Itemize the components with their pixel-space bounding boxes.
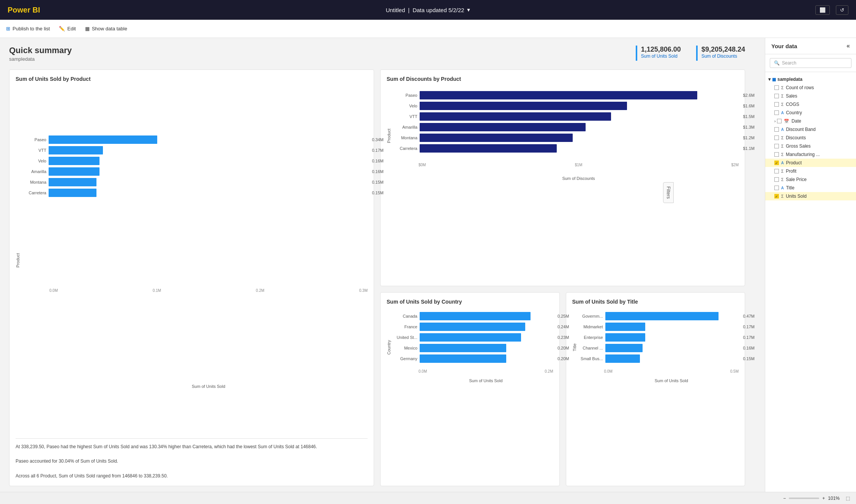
tree-item[interactable]: ΣGross Sales [765, 142, 856, 150]
bar-value: 0.16M [372, 169, 384, 174]
field-checkbox[interactable] [774, 127, 779, 132]
field-checkbox[interactable] [774, 94, 779, 98]
collapse-button[interactable]: « [847, 43, 850, 49]
chart1-title: Sum of Units Sold by Product [16, 76, 368, 82]
tree-item[interactable]: ΣCount of rows [765, 83, 856, 92]
bar-label: Amarilla [22, 169, 46, 174]
field-name: Gross Sales [786, 143, 810, 149]
search-icon: 🔍 [774, 60, 780, 66]
tree-item[interactable]: ΣCOGS [765, 100, 856, 109]
edit-button[interactable]: ✏️ Edit [59, 26, 76, 32]
publish-button[interactable]: ⊞ Publish to the list [6, 26, 50, 32]
datasource-header[interactable]: ▾ ▦ sampledata [765, 75, 856, 83]
summary-title-section: Quick summary sampledata [9, 46, 636, 62]
bar-value: 0.20M [558, 356, 569, 361]
kpi-bar-1 [636, 46, 637, 61]
field-checkbox[interactable] [774, 177, 779, 182]
field-name: Manufacturing ... [786, 152, 820, 157]
chart1-description: At 338,239.50, Paseo had the highest Sum… [16, 438, 368, 480]
field-checkbox[interactable] [774, 152, 779, 157]
field-checkbox[interactable] [774, 85, 779, 90]
tree-item[interactable]: ›📅Date [765, 117, 856, 125]
field-name: Country [786, 110, 802, 115]
field-checkbox[interactable] [774, 110, 779, 115]
chart2-title: Sum of Discounts by Product [387, 76, 739, 82]
field-name: Discounts [786, 135, 806, 140]
show-data-button[interactable]: ▦ Show data table [85, 26, 127, 32]
bar-label: Paseo [393, 93, 417, 98]
field-type-icon: A [781, 128, 784, 132]
bar-row: Amarilla0.16M [22, 167, 368, 176]
kpi-bar-2 [696, 46, 698, 61]
tree-item[interactable]: ΣDiscounts [765, 134, 856, 142]
field-type-icon: Σ [781, 144, 783, 148]
chart3-title: Sum of Units Sold by Country [387, 299, 553, 305]
field-checkbox[interactable] [774, 102, 779, 107]
chart4-title: Sum of Units Sold by Title [572, 299, 739, 305]
field-checkbox[interactable] [774, 144, 779, 148]
zoom-out-button[interactable]: − [783, 496, 786, 501]
field-name: Title [786, 185, 794, 191]
tree-item[interactable]: ✓AProduct [765, 159, 856, 167]
field-type-icon: A [781, 186, 784, 190]
chart1-axis: 0.0M0.1M0.2M0.3M [22, 288, 368, 293]
field-checkbox[interactable]: ✓ [774, 194, 779, 198]
summary-kpis: 1,125,806.00 Sum of Units Sold $9,205,24… [636, 46, 745, 61]
window-button[interactable]: ⬜ [815, 5, 830, 15]
bar-fill [605, 354, 640, 363]
topbar-right: ⬜ ↺ [815, 5, 848, 15]
bar-row: Canada0.25M [393, 312, 553, 320]
bar-row: Montana0.15M [22, 178, 368, 186]
toolbar: ⊞ Publish to the list ✏️ Edit ▦ Show dat… [0, 20, 856, 38]
field-checkbox[interactable] [774, 186, 779, 190]
bar-row: Montana$1.2M [393, 134, 739, 142]
data-updated-label: Data updated 5/2/22 [412, 7, 464, 13]
zoom-in-button[interactable]: + [822, 496, 825, 501]
bar-label: Governm... [578, 314, 603, 318]
summary-subtitle: sampledata [9, 56, 636, 62]
kpi1-label: Sum of Units Sold [641, 54, 681, 59]
field-checkbox[interactable] [777, 119, 782, 123]
tree-item[interactable]: ΣSales [765, 92, 856, 100]
refresh-button[interactable]: ↺ [836, 5, 848, 15]
bar-value: 0.17M [743, 324, 754, 329]
bar-value: 0.15M [372, 180, 384, 184]
bar-value: $1.3M [743, 125, 754, 129]
tree-item[interactable]: ΣManufacturing ... [765, 150, 856, 159]
tree-item[interactable]: ACountry [765, 109, 856, 117]
bar-value: $1.5M [743, 114, 754, 119]
zoom-slider[interactable] [789, 498, 819, 499]
filters-tab[interactable]: Filters [663, 182, 674, 203]
dropdown-icon[interactable]: ▾ [467, 6, 470, 13]
tree-item[interactable]: ADiscount Band [765, 125, 856, 134]
kpi1-value: 1,125,806.00 [641, 46, 681, 54]
field-checkbox[interactable]: ✓ [774, 161, 779, 165]
search-input[interactable]: 🔍 Search [770, 58, 851, 68]
bar-fill [49, 146, 103, 154]
tree-item[interactable]: ✓ΣUnits Sold [765, 192, 856, 200]
bar-fill [49, 157, 99, 165]
tree-item[interactable]: ATitle [765, 184, 856, 192]
field-name: Date [791, 118, 801, 124]
kpi2-label: Sum of Discounts [701, 54, 745, 59]
title-separator: | [408, 7, 410, 13]
bar-fill [49, 178, 96, 186]
right-panel-header: Your data « [765, 38, 856, 54]
bar-value: $2.6M [743, 93, 754, 98]
bar-row: Governm...0.47M [578, 312, 739, 320]
field-name: Count of rows [786, 85, 814, 90]
bar-label: Small Bus... [578, 356, 603, 361]
edit-icon: ✏️ [59, 26, 65, 32]
field-checkbox[interactable] [774, 135, 779, 140]
field-name: Sale Price [786, 177, 807, 182]
field-name: Sales [786, 93, 797, 99]
field-name: COGS [786, 102, 799, 107]
tree-item[interactable]: ΣSale Price [765, 175, 856, 184]
bar-fill [420, 134, 573, 142]
fullscreen-button[interactable]: ⬚ [846, 496, 850, 501]
bar-row: Velo0.16M [22, 157, 368, 165]
field-checkbox[interactable] [774, 169, 779, 173]
zoom-controls: − + 101% [783, 496, 840, 501]
tree-item[interactable]: ΣProfit [765, 167, 856, 175]
field-type-icon: A [781, 161, 784, 165]
